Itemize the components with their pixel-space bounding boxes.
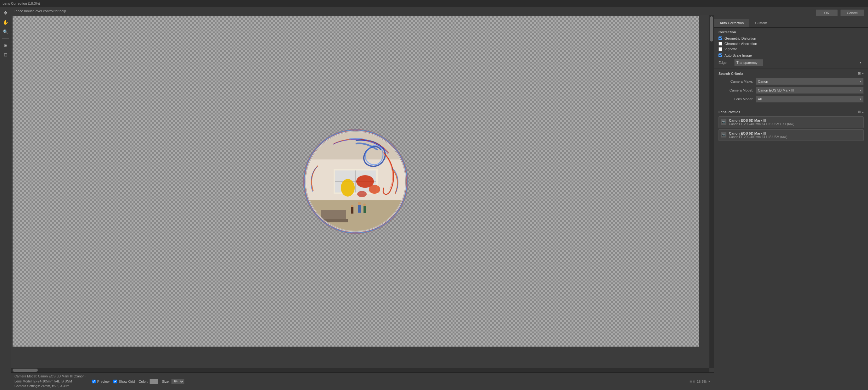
chromatic-aberration-row: Chromatic Aberration [718, 42, 864, 45]
svg-point-20 [351, 205, 353, 207]
title-bar: Lens Correction (18.3%) [0, 0, 868, 7]
chromatic-aberration-checkbox[interactable] [718, 42, 722, 45]
camera-model-label: Camera Model: [718, 88, 753, 92]
bottom-controls: Preview Show Grid Color: Size: 64 32 16 [92, 379, 184, 384]
zoom-dropdown-arrow[interactable]: ▼ [708, 380, 711, 383]
search-header: Search Criteria ⊞ ≡ [718, 71, 864, 75]
zoom-tool[interactable]: 🔍 [2, 28, 10, 36]
camera-settings-text: Camera Settings: 24mm, f/5.6, 3.39m [14, 384, 86, 389]
svg-point-16 [358, 202, 361, 205]
color-label: Color: [138, 380, 148, 383]
vignette-row: Vignette [718, 47, 864, 51]
edge-label: Edge: [718, 61, 731, 64]
edge-select[interactable]: Transparency Edge Extension Black White [734, 59, 763, 66]
edge-select-wrapper: Transparency Edge Extension Black White [734, 59, 864, 66]
geometric-distortion-row: Geometric Distortion [718, 36, 864, 40]
vignette-checkbox[interactable] [718, 47, 722, 51]
tab-auto-correction[interactable]: Auto Correction [714, 19, 749, 27]
edge-row: Edge: Transparency Edge Extension Black … [718, 59, 864, 66]
horizontal-scroll-thumb[interactable] [12, 368, 38, 372]
svg-point-11 [341, 179, 355, 197]
svg-rect-5 [306, 197, 405, 231]
correction-section-title: Correction [718, 30, 864, 34]
lens-profiles-section: Lens Profiles ⊞ ≡ 📷 Canon EOS 5D Mark II… [714, 107, 868, 390]
search-criteria-section: Search Criteria ⊞ ≡ Camera Make: Canon N… [714, 69, 868, 107]
lens-profile-name-0: Canon EOS 5D Mark III [729, 119, 794, 122]
svg-point-13 [369, 185, 380, 194]
camera-make-select-wrapper: Canon Nikon Sony All [756, 78, 864, 85]
lens-profile-detail-1: Canon EF 200-400mm f/4 L IS USM (raw) [729, 135, 787, 139]
camera-info: Camera Model: Canon EOS 5D Mark III (Can… [14, 374, 86, 389]
lens-profile-item-0[interactable]: 📷 Canon EOS 5D Mark III Canon EF 200-400… [718, 117, 864, 128]
show-grid-checkbox[interactable] [113, 380, 117, 383]
canvas-content [12, 17, 699, 347]
auto-scale-checkbox[interactable] [718, 54, 722, 57]
svg-point-18 [363, 203, 366, 206]
zoom-level: 18.3% [697, 380, 707, 383]
size-label: Size: [162, 380, 169, 383]
canvas-area: Place mouse over control for help [11, 7, 714, 390]
help-bar: Place mouse over control for help [11, 7, 714, 15]
lens-model-row: Lens Model: All EF24-105mm f/4L IS USM E… [718, 96, 864, 102]
geometric-distortion-checkbox[interactable] [718, 36, 722, 40]
tab-custom[interactable]: Custom [749, 19, 773, 27]
camera-make-select[interactable]: Canon Nikon Sony All [756, 78, 864, 85]
left-toolbar: ✥ ✋ 🔍 ⊞ ⊟ [0, 7, 11, 390]
svg-rect-19 [351, 207, 353, 214]
right-panel: OK Cancel Auto Correction Custom Correct… [714, 7, 868, 390]
panel-buttons: OK Cancel [714, 7, 868, 19]
help-text: Place mouse over control for help [14, 9, 66, 13]
vertical-scroll-thumb[interactable] [710, 17, 713, 41]
layers-tool[interactable]: ⊟ [2, 51, 10, 59]
move-tool[interactable]: ✥ [2, 9, 10, 17]
cancel-button[interactable]: Cancel [840, 9, 864, 17]
search-title: Search Criteria [718, 72, 743, 75]
auto-scale-label: Auto Scale Image [724, 54, 752, 57]
correction-section: Correction Geometric Distortion Chromati… [714, 28, 868, 69]
horizontal-scrollbar[interactable] [11, 368, 709, 372]
camera-model-select-wrapper: Canon EOS 5D Mark III Canon EOS R5 All [756, 87, 864, 94]
lens-model-select[interactable]: All EF24-105mm f/4L IS USM EF 200-400mm … [756, 96, 864, 102]
lens-profiles-header: Lens Profiles ⊞ ≡ [718, 110, 864, 114]
chromatic-aberration-label: Chromatic Aberration [724, 42, 757, 45]
hand-tool[interactable]: ✋ [2, 18, 10, 26]
auto-scale-row: Auto Scale Image [718, 54, 864, 57]
ok-button[interactable]: OK [816, 9, 838, 17]
lens-profiles-menu-icon[interactable]: ⊞ ≡ [858, 110, 864, 114]
svg-rect-15 [358, 205, 361, 213]
size-select[interactable]: 64 32 16 [171, 379, 184, 384]
svg-rect-17 [364, 206, 366, 213]
grid-tool[interactable]: ⊞ [2, 41, 10, 50]
lens-profile-info-1: Canon EOS 5D Mark III Canon EF 200-400mm… [729, 131, 787, 139]
lens-profile-icon-0: 📷 [721, 119, 726, 125]
lens-profile-item-1[interactable]: 📷 Canon EOS 5D Mark III Canon EF 200-400… [718, 129, 864, 141]
vertical-scrollbar[interactable] [709, 15, 714, 368]
lens-model-label: Lens Model: [718, 97, 753, 101]
show-grid-label: Show Grid [119, 380, 135, 383]
lens-profiles-title: Lens Profiles [718, 110, 740, 114]
geometric-distortion-label: Geometric Distortion [724, 36, 756, 40]
preview-label: Preview [97, 380, 110, 383]
vignette-label: Vignette [724, 47, 737, 51]
camera-model-text: Camera Model: Canon EOS 5D Mark III (Can… [14, 374, 86, 379]
preview-checkbox-label[interactable]: Preview [92, 380, 110, 383]
svg-point-14 [357, 191, 367, 197]
bottom-bar: Camera Model: Canon EOS 5D Mark III (Can… [11, 372, 714, 390]
lens-model-text: Lens Model: EF24-105mm f/4L IS USM [14, 379, 86, 384]
lens-profile-name-1: Canon EOS 5D Mark III [729, 131, 787, 135]
lens-profile-info-0: Canon EOS 5D Mark III Canon EF 200-400mm… [729, 119, 794, 126]
preview-checkbox[interactable] [92, 380, 96, 383]
distorted-image [302, 128, 409, 235]
lens-profile-icon-1: 📷 [721, 132, 726, 137]
lens-profile-detail-0: Canon EF 200-400mm f/4 L IS USM EXT (raw… [729, 122, 794, 126]
color-swatch[interactable] [150, 379, 158, 384]
camera-model-select[interactable]: Canon EOS 5D Mark III Canon EOS R5 All [756, 87, 864, 94]
canvas-viewport[interactable] [11, 15, 714, 372]
camera-make-row: Camera Make: Canon Nikon Sony All [718, 78, 864, 85]
show-grid-checkbox-label[interactable]: Show Grid [113, 380, 135, 383]
camera-model-row: Camera Model: Canon EOS 5D Mark III Cano… [718, 87, 864, 94]
lens-model-select-wrapper: All EF24-105mm f/4L IS USM EF 200-400mm … [756, 96, 864, 102]
tabs: Auto Correction Custom [714, 19, 868, 28]
zoom-arrows: ⊞ ⊟ [689, 380, 695, 383]
search-menu-icon[interactable]: ⊞ ≡ [858, 71, 864, 75]
